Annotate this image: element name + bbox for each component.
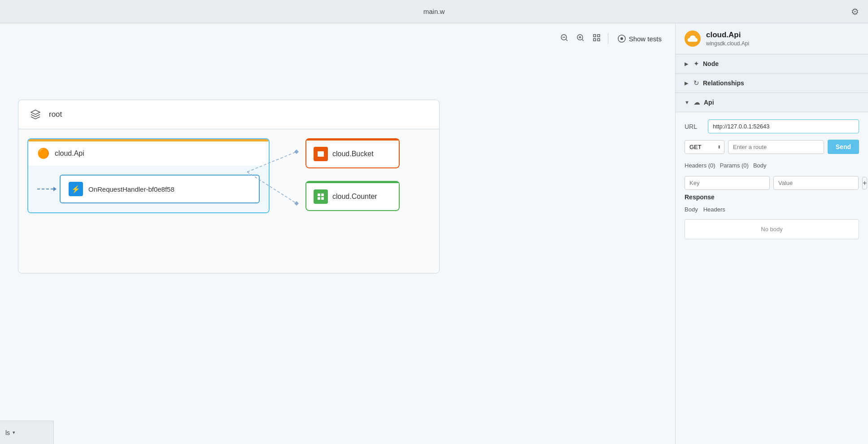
response-body-tab[interactable]: Body (685, 204, 703, 215)
panel-header-text: cloud.Api wingsdk.cloud.Api (706, 31, 749, 47)
node-chevron-icon: ▶ (685, 61, 690, 67)
response-headers-tab[interactable]: Headers (703, 204, 731, 215)
relationships-section-row[interactable]: ▶ ↻ Relationships (676, 74, 868, 93)
canvas-toolbar: Show tests (558, 31, 666, 46)
svg-marker-21 (294, 149, 299, 154)
bucket-label: cloud.Bucket (332, 150, 374, 158)
no-body-box: No body (685, 219, 859, 239)
settings-button[interactable]: ⚙ (851, 6, 859, 17)
fit-button[interactable] (590, 32, 603, 46)
cloud-api-node[interactable]: 🟠 cloud.Api ⚡ (27, 138, 270, 213)
api-body: URL GET POST PUT DELETE PATCH ⬍ (676, 112, 868, 246)
right-nodes: cloud.Bucket (305, 138, 400, 211)
value-input[interactable] (773, 176, 859, 190)
root-header: root (18, 100, 439, 129)
node-section-icon: ✦ (694, 60, 699, 68)
bolt-icon: ⚡ (69, 182, 83, 196)
svg-rect-8 (598, 35, 600, 37)
relationships-section-label: Relationships (703, 79, 744, 87)
svg-rect-10 (598, 39, 600, 41)
params-tab[interactable]: Params (0) (720, 160, 753, 171)
toolbar-divider (608, 33, 608, 44)
node-section-label: Node (703, 60, 719, 67)
handler-node[interactable]: ⚡ OnRequestHandler-bf0e8f58 (60, 175, 260, 203)
node-section-row[interactable]: ▶ ✦ Node (676, 54, 868, 74)
cloud-api-label: cloud.Api (55, 149, 84, 158)
panel-header: cloud.Api wingsdk.cloud.Api (676, 23, 868, 54)
route-input[interactable] (728, 140, 824, 154)
right-panel: cloud.Api wingsdk.cloud.Api ▶ ✦ Node ▶ ↻… (675, 23, 868, 444)
method-select-wrapper: GET POST PUT DELETE PATCH ⬍ (685, 140, 724, 154)
cloud-bucket-node[interactable]: cloud.Bucket (305, 138, 400, 168)
root-body: 🟠 cloud.Api ⚡ (18, 129, 439, 273)
response-section: Response Body Headers No body (685, 193, 859, 239)
panel-cloud-icon (685, 31, 701, 47)
send-button[interactable]: Send (828, 140, 859, 154)
handler-label: OnRequestHandler-bf0e8f58 (88, 185, 174, 193)
body-tab[interactable]: Body (753, 160, 771, 171)
api-tabs: Headers (0) Params (0) Body (685, 160, 859, 171)
counter-icon (314, 189, 328, 204)
svg-marker-22 (294, 201, 299, 206)
show-tests-button[interactable]: Show tests (613, 31, 666, 46)
method-select[interactable]: GET POST PUT DELETE PATCH (685, 140, 724, 154)
api-section-cloud-icon: ☁ (694, 98, 700, 106)
root-title: root (49, 110, 62, 119)
svg-line-2 (566, 40, 567, 41)
response-label: Response (685, 193, 859, 201)
svg-rect-7 (593, 35, 596, 37)
zoom-in-button[interactable] (574, 32, 587, 46)
headers-tab[interactable]: Headers (0) (685, 160, 720, 171)
svg-rect-17 (318, 197, 320, 200)
bottom-bar-label: ls (5, 429, 10, 436)
svg-line-6 (582, 40, 584, 41)
svg-point-12 (620, 37, 623, 40)
root-icon (27, 106, 44, 123)
svg-rect-16 (321, 193, 324, 196)
svg-rect-9 (593, 39, 596, 41)
key-input[interactable] (685, 176, 770, 190)
cloud-counter-node[interactable]: cloud.Counter (305, 181, 400, 211)
bucket-content: cloud.Bucket (305, 141, 400, 168)
root-container: root 🟠 cloud.Api (18, 100, 440, 273)
response-tabs: Body Headers (685, 204, 859, 215)
bottom-bar[interactable]: ls ▾ (0, 421, 54, 444)
bucket-icon (314, 147, 328, 161)
relationships-section-icon: ↻ (694, 79, 699, 87)
app-title: main.w (423, 8, 445, 15)
counter-content: cloud.Counter (305, 183, 400, 211)
kv-row: + (685, 176, 859, 190)
panel-subtitle: wingsdk.cloud.Api (706, 40, 749, 47)
panel-title: cloud.Api (706, 31, 749, 40)
cloud-api-body: ⚡ OnRequestHandler-bf0e8f58 (28, 166, 269, 212)
kv-add-button[interactable]: + (862, 177, 867, 189)
svg-rect-14 (318, 151, 324, 153)
canvas-area: Show tests root (0, 23, 675, 444)
api-section-header[interactable]: ▼ ☁ Api (676, 93, 868, 112)
top-bar: main.w ⚙ (0, 0, 868, 23)
svg-rect-13 (318, 152, 324, 157)
url-input[interactable] (708, 119, 859, 133)
url-label: URL (685, 123, 701, 130)
url-row: URL (685, 119, 859, 133)
svg-rect-18 (321, 197, 324, 200)
counter-label: cloud.Counter (332, 193, 377, 201)
svg-rect-15 (318, 193, 320, 196)
zoom-out-button[interactable] (558, 32, 571, 46)
cloud-api-icon: 🟠 (37, 148, 49, 159)
bottom-chevron-icon: ▾ (13, 430, 15, 435)
api-section-label: Api (704, 99, 714, 106)
cloud-api-header: 🟠 cloud.Api (28, 141, 269, 166)
relationships-chevron-icon: ▶ (685, 80, 690, 86)
api-section: ▼ ☁ Api URL GET POST PUT (676, 93, 868, 246)
show-tests-label: Show tests (629, 35, 662, 43)
main-layout: Show tests root (0, 23, 868, 444)
api-chevron-icon: ▼ (685, 100, 690, 105)
route-row: GET POST PUT DELETE PATCH ⬍ Send (685, 140, 859, 154)
